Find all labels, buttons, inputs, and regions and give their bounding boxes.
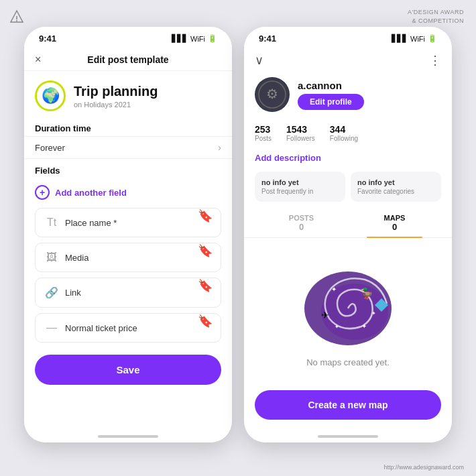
price-icon: — [45, 322, 58, 334]
status-time-2: 9:41 [259, 34, 276, 44]
media-label: Media [65, 253, 88, 263]
signal-icon: ▋▋▋ [172, 34, 188, 43]
save-button[interactable]: Save [35, 355, 221, 385]
close-button[interactable]: × [35, 54, 41, 66]
status-bar-2: 9:41 ▋▋▋ WiFi 🔋 [244, 27, 452, 48]
name-edit-block: a.cannon Edit profile [298, 80, 364, 110]
home-bar-line-1 [98, 435, 158, 438]
stat-followers: 1543 Followers [286, 124, 315, 142]
phone-2: 9:41 ▋▋▋ WiFi 🔋 ∨ ⋮ ⚙ [244, 27, 452, 442]
watermark-bottom: http://www.adesignaward.com [383, 464, 464, 471]
bookmark-icon-gray-2: 🔖 [198, 278, 213, 293]
svg-text:⚙: ⚙ [266, 86, 278, 101]
svg-text:✦: ✦ [335, 324, 339, 330]
tab-maps[interactable]: MAPS 0 [348, 209, 441, 237]
battery-icon: 🔋 [208, 34, 217, 43]
signal-icon-2: ▋▋▋ [392, 34, 408, 43]
svg-text:✈: ✈ [321, 310, 329, 320]
empty-maps-state: 🦆 ✈ ✦ ✦ ✦ ✦ No maps created yet. [244, 238, 452, 390]
field-card-media[interactable]: 🖼 Media 🔖 [35, 243, 221, 272]
duration-label: Duration time [24, 118, 232, 136]
followers-count: 1543 [286, 124, 315, 135]
status-time-1: 9:41 [39, 34, 56, 44]
trip-icon: 🌍 [35, 80, 66, 111]
tab-posts[interactable]: POSTS 0 [255, 209, 348, 237]
bookmark-icon-gray-1: 🔖 [198, 243, 213, 258]
info-sublabel-2: Favorite categories [357, 188, 434, 195]
home-bar-1 [24, 430, 232, 442]
edit-profile-button[interactable]: Edit profile [298, 94, 364, 110]
bookmark-icon-gray-3: 🔖 [198, 314, 213, 329]
create-map-button[interactable]: Create a new map [255, 390, 441, 420]
info-sublabel-1: Post frequently in [261, 188, 339, 195]
info-cards: no info yet Post frequently in no info y… [244, 169, 452, 209]
status-bar-1: 9:41 ▋▋▋ WiFi 🔋 [24, 27, 232, 48]
following-label: Following [330, 135, 358, 142]
status-icons-2: ▋▋▋ WiFi 🔋 [392, 34, 437, 43]
p1-title-block: Trip planning on Holidays 2021 [74, 83, 158, 109]
add-field-row[interactable]: + Add another field [24, 180, 232, 205]
info-card-fav-cat[interactable]: no info yet Favorite categories [351, 172, 441, 202]
svg-text:🦆: 🦆 [360, 287, 373, 300]
battery-icon-2: 🔋 [428, 34, 437, 43]
field-card-ticket[interactable]: — Normal ticket price 🔖 [35, 313, 221, 343]
profile-section: ⚙ a.cannon Edit profile [244, 72, 452, 120]
fields-label: Fields [24, 159, 232, 180]
posts-count: 253 [255, 124, 272, 135]
p1-header-title: Edit post template [87, 54, 168, 65]
svg-point-2 [16, 20, 17, 21]
place-name-label: Place name * [65, 218, 117, 228]
field-card-link[interactable]: 🔗 Link 🔖 [35, 278, 221, 308]
home-bar-line-2 [318, 435, 378, 438]
profile-tabs: POSTS 0 MAPS 0 [244, 209, 452, 238]
following-count: 344 [330, 124, 358, 135]
username: a.cannon [298, 80, 364, 91]
p2-topbar: ∨ ⋮ [244, 48, 452, 72]
posts-label: Posts [255, 135, 272, 142]
stat-following: 344 Following [330, 124, 358, 142]
wifi-icon: WiFi [190, 35, 205, 43]
add-description-label: Add description [255, 153, 321, 163]
no-maps-text: No maps created yet. [306, 357, 390, 367]
field-card-place[interactable]: Tt Place name * 🔖 [35, 208, 221, 237]
ticket-price-label: Normal ticket price [65, 323, 137, 333]
more-options-button[interactable]: ⋮ [429, 53, 441, 68]
duration-row[interactable]: Forever › [24, 136, 232, 159]
add-plus-icon: + [35, 185, 50, 200]
svg-text:✦: ✦ [371, 310, 376, 316]
phone1-content: × Edit post template 🌍 Trip planning on … [24, 48, 232, 430]
back-button[interactable]: ∨ [255, 53, 263, 68]
bookmark-icon-yellow: 🔖 [198, 209, 213, 223]
no-info-1: no info yet [261, 178, 339, 186]
add-field-label: Add another field [55, 188, 127, 198]
svg-text:✦: ✦ [361, 322, 367, 330]
link-icon: 🔗 [45, 286, 58, 299]
link-label: Link [65, 288, 81, 298]
chevron-right-icon: › [218, 142, 221, 153]
add-description-row[interactable]: Add description [244, 149, 452, 169]
media-icon: 🖼 [45, 251, 58, 263]
info-card-post-freq[interactable]: no info yet Post frequently in [255, 172, 345, 202]
duration-value: Forever [35, 143, 65, 153]
stat-posts: 253 Posts [255, 124, 272, 142]
status-icons-1: ▋▋▋ WiFi 🔋 [172, 34, 217, 43]
p1-hero: 🌍 Trip planning on Holidays 2021 [24, 71, 232, 118]
text-field-icon: Tt [45, 217, 58, 229]
p1-subtitle: on Holidays 2021 [74, 101, 158, 109]
avatar: ⚙ [255, 77, 290, 112]
no-info-2: no info yet [357, 178, 434, 186]
profile-stats: 253 Posts 1543 Followers 344 Following [244, 120, 452, 149]
spiral-illustration: 🦆 ✈ ✦ ✦ ✦ ✦ [294, 251, 402, 352]
app-logo [9, 9, 24, 24]
svg-text:✦: ✦ [331, 286, 337, 293]
watermark-top: A'DESIGN AWARD & COMPETITION [408, 8, 464, 25]
p1-header: × Edit post template [24, 48, 232, 71]
home-bar-2 [244, 430, 452, 442]
phone2-content: ∨ ⋮ ⚙ a.cannon Edit profile [244, 48, 452, 430]
wifi-icon-2: WiFi [410, 35, 425, 43]
phone-1: 9:41 ▋▋▋ WiFi 🔋 × Edit post template 🌍 T… [24, 27, 232, 442]
followers-label: Followers [286, 135, 315, 142]
p1-title: Trip planning [74, 83, 158, 99]
